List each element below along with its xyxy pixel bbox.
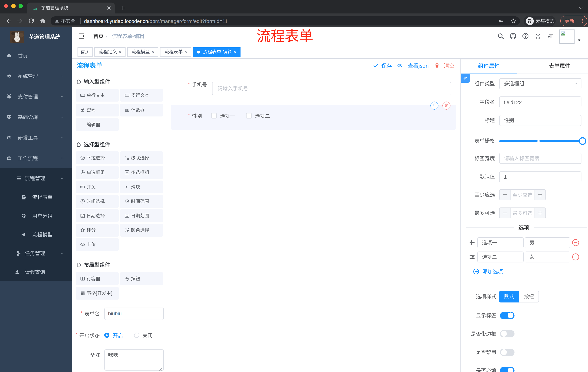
svg-text:123: 123 (125, 109, 128, 111)
